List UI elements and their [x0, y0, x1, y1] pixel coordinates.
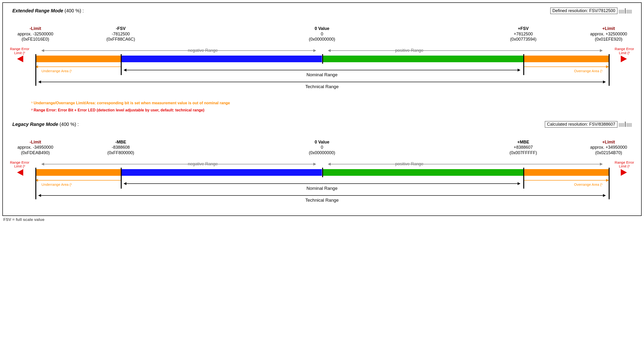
range-error-left: Range Error Limit (²	[10, 160, 30, 168]
extended-diagram: -Limit approx. -32500000 (0xFE1016E0) -F…	[17, 26, 627, 95]
tick-neg-fsv	[121, 54, 122, 64]
label-pos-limit: +Limit approx. +34950000 (0x02154B70)	[590, 139, 627, 155]
extended-bar-area: Range Error Limit (² Range Error Limit (…	[17, 56, 627, 62]
label-neg-limit: -Limit approx. -34950000 (0xFDEAB490)	[18, 139, 53, 155]
pos-range-label: positive Range	[395, 48, 424, 53]
legacy-title-rest: (400 %) :	[58, 122, 79, 127]
pos-range-label: positive Range	[395, 161, 424, 166]
legacy-title-bold: Legacy Range Mode	[12, 122, 58, 127]
red-triangle-left	[17, 56, 23, 62]
footnotes: ¹ Underrange/Overrange Limit/Area: corre…	[31, 100, 632, 114]
pos-range-arrow	[328, 164, 602, 164]
nominal-label: Nominal Range	[17, 72, 627, 77]
range-error-right: Range Error Limit (²	[614, 160, 634, 168]
legacy-resolution: Calculated resolution: FSV/8388607	[545, 121, 618, 128]
red-triangle-left	[17, 169, 23, 176]
tick-pos-mbe	[523, 168, 524, 177]
label-pos-limit: +Limit approx. +32500000 (0x01EFE920)	[590, 26, 627, 42]
technical-label: Technical Range	[17, 198, 627, 203]
legacy-header: Legacy Range Mode (400 %) : Calculated r…	[12, 121, 632, 128]
legacy-bar-area: Range Error Limit (² Range Error Limit (…	[17, 169, 627, 176]
extended-header: Extended Range Mode (400 %) : Defined re…	[12, 8, 632, 14]
legacy-title: Legacy Range Mode (400 %) :	[12, 122, 79, 127]
seg-negative	[121, 169, 322, 176]
tick-tech-l	[35, 63, 36, 86]
extended-title-rest: (400 %) :	[63, 8, 84, 13]
label-pos-mbe: +MBE +8388607 (0x007FFFFF)	[510, 139, 537, 155]
label-neg-fsv: -FSV -7812500 (0xFF88CA6C)	[106, 26, 135, 42]
overrange-arrow	[523, 67, 609, 67]
legacy-bar	[17, 169, 627, 176]
tick-tech-r	[609, 177, 610, 199]
seg-underrange	[35, 56, 121, 62]
seg-overrange	[523, 169, 609, 176]
label-zero: 0 Value 0 (0x00000000)	[309, 139, 335, 155]
label-neg-mbe: -MBE -8388608 (0xFF800000)	[108, 139, 134, 155]
footer-note: FSV = full scale value	[3, 217, 642, 222]
neg-range-label: negative Range	[188, 161, 218, 166]
tick-pos-limit	[609, 54, 610, 64]
technical-label: Technical Range	[17, 84, 627, 89]
range-error-left: Range Error Limit (²	[10, 47, 30, 55]
red-triangle-right	[621, 169, 627, 176]
tick-neg-limit	[35, 168, 36, 177]
legacy-resolution-wrap: Calculated resolution: FSV/8388607	[545, 121, 632, 128]
seg-overrange	[523, 56, 609, 62]
extended-title-bold: Extended Range Mode	[12, 8, 63, 13]
tick-zero	[322, 54, 323, 64]
extended-bar	[17, 56, 627, 62]
tick-neg-limit	[35, 54, 36, 64]
tick-neg-mbe	[121, 168, 122, 177]
tick-pos-fsv	[523, 54, 524, 64]
tick-tech-l	[35, 177, 36, 199]
legacy-diagram: -Limit approx. -34950000 (0xFDEAB490) -M…	[17, 139, 627, 208]
extended-resolution: Defined resolution: FSV/7812500	[550, 8, 618, 14]
nominal-arrow	[124, 183, 520, 184]
scale-icon	[619, 8, 632, 14]
neg-range-label: negative Range	[188, 48, 218, 53]
neg-range-arrow	[42, 50, 316, 51]
label-neg-limit: -Limit approx. -32500000 (0xFE1016E0)	[18, 26, 53, 42]
seg-negative	[121, 56, 322, 62]
footnote-1: ¹ Underrange/Overrange Limit/Area: corre…	[31, 100, 632, 107]
tick-pos-limit	[609, 168, 610, 177]
technical-arrow	[38, 195, 606, 196]
red-triangle-right	[621, 56, 627, 62]
nominal-arrow	[124, 70, 520, 70]
underrange-arrow	[35, 67, 121, 67]
scale-icon	[619, 122, 632, 127]
seg-positive	[322, 169, 523, 176]
pos-range-arrow	[328, 50, 602, 51]
overrange-arrow	[523, 180, 609, 180]
underrange-arrow	[35, 180, 121, 180]
extended-title: Extended Range Mode (400 %) :	[12, 8, 84, 14]
range-error-right: Range Error Limit (²	[614, 47, 634, 55]
tick-zero	[322, 168, 323, 177]
diagram-frame: Extended Range Mode (400 %) : Defined re…	[2, 2, 642, 216]
seg-positive	[322, 56, 523, 62]
tick-tech-r	[609, 63, 610, 86]
footnote-2: ² Range Error: Error Bit + Error LED (de…	[31, 107, 632, 114]
neg-range-arrow	[42, 164, 316, 164]
label-pos-fsv: +FSV +7812500 (0x00773594)	[510, 26, 536, 42]
technical-arrow	[38, 82, 606, 82]
extended-resolution-wrap: Defined resolution: FSV/7812500	[550, 8, 632, 14]
label-zero: 0 Value 0 (0x00000000)	[309, 26, 335, 42]
seg-underrange	[35, 169, 121, 176]
nominal-label: Nominal Range	[17, 186, 627, 191]
